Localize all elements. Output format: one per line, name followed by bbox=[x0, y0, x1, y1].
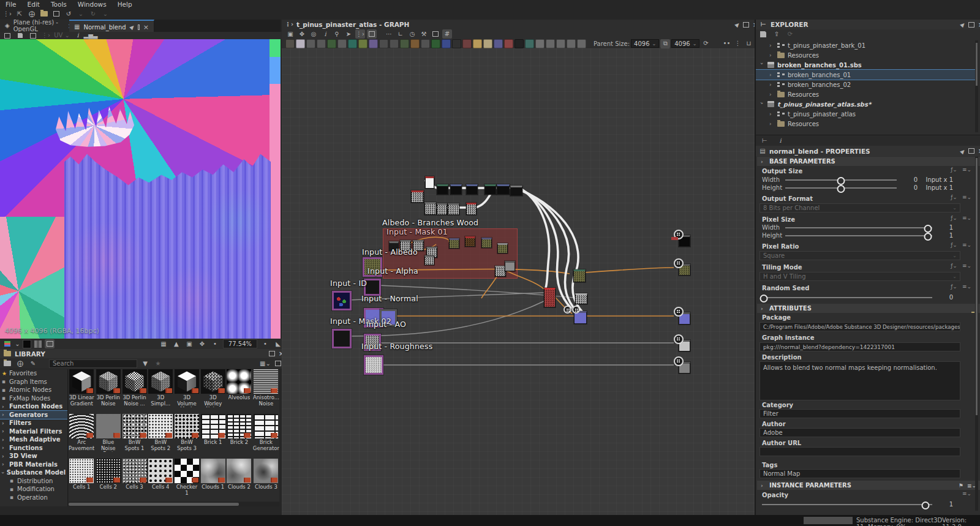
param-icons[interactable]: ƒ⌄≡⌄ bbox=[951, 215, 971, 221]
library-item[interactable]: 3D Volume Mask bbox=[175, 369, 200, 412]
node-type-button[interactable] bbox=[535, 39, 545, 48]
library-category-material-filters[interactable]: ›Material Filters bbox=[0, 427, 67, 436]
save-icon[interactable] bbox=[758, 30, 768, 39]
height-slider[interactable] bbox=[785, 187, 897, 189]
zoom-icon[interactable]: ⚲ bbox=[332, 29, 342, 39]
param-icons[interactable]: ƒ⌄≡⌄ bbox=[951, 284, 971, 290]
node-type-button[interactable] bbox=[556, 39, 565, 48]
explorer-item-broken-branches-01[interactable]: ›broken_branches_01 bbox=[756, 70, 975, 80]
explorer-item-resources[interactable]: ›Resources bbox=[756, 50, 975, 60]
explorer-item-t-pinus-pinaster-bark-01[interactable]: ›t_pinus_pinaster_bark_01 bbox=[756, 40, 975, 50]
library-category-atomic-nodes[interactable]: ▪Atomic Nodes bbox=[0, 386, 67, 394]
menu-windows[interactable]: Windows bbox=[72, 1, 112, 8]
library-item[interactable]: Blue Noise Fast bbox=[96, 414, 121, 457]
library-item[interactable]: 3D Worley Noise bbox=[200, 369, 225, 412]
channel-chevron-icon[interactable]: ⌄ bbox=[15, 339, 20, 348]
maximize-icon[interactable] bbox=[968, 22, 974, 28]
maximize-icon[interactable] bbox=[138, 24, 140, 30]
height-slider[interactable] bbox=[785, 235, 932, 236]
node-type-button[interactable] bbox=[431, 39, 440, 48]
node-type-button[interactable] bbox=[567, 39, 576, 48]
copy-icon[interactable] bbox=[51, 9, 61, 18]
library-item[interactable]: BnW Spots 3 bbox=[175, 414, 200, 457]
node-type-button[interactable] bbox=[337, 39, 347, 48]
node-type-button[interactable] bbox=[285, 39, 295, 48]
properties-scrollbar[interactable] bbox=[975, 157, 978, 511]
import-icon[interactable]: ⇱ bbox=[15, 9, 24, 18]
explorer-item-resources[interactable]: ›Resources bbox=[756, 119, 975, 129]
node-type-button[interactable] bbox=[421, 39, 430, 48]
undo-chevron-icon[interactable]: ⌄ bbox=[76, 9, 86, 18]
param-icons[interactable]: ƒ⌄≡⌄ bbox=[951, 242, 971, 248]
library-category-distribution[interactable]: ▪Distribution bbox=[0, 477, 67, 486]
explorer-item-broken-branches-02[interactable]: ›broken_branches_02 bbox=[756, 80, 975, 89]
library-item[interactable]: BnW Spots 1 bbox=[122, 414, 147, 457]
bookmark-icon[interactable]: ⚑ bbox=[959, 483, 963, 489]
info-icon[interactable]: i bbox=[320, 29, 330, 39]
library-hscrollbar[interactable] bbox=[69, 502, 279, 506]
pixel-perfect-icon[interactable]: ▲ bbox=[172, 339, 181, 348]
library-item[interactable]: Brick 1 bbox=[200, 414, 225, 457]
node-type-button[interactable] bbox=[400, 39, 409, 48]
section-attributes[interactable]: ›ATTRIBUTES bbox=[757, 304, 980, 313]
link-elbow-icon[interactable]: ∟ bbox=[396, 29, 405, 39]
author-field[interactable]: Adobe bbox=[760, 428, 960, 437]
pin-icon[interactable]: ▶ bbox=[959, 21, 966, 28]
background-swatch[interactable] bbox=[23, 340, 31, 348]
library-item[interactable]: Alveolus bbox=[227, 369, 252, 412]
node-type-button[interactable] bbox=[483, 39, 492, 48]
move-icon[interactable]: ✥ bbox=[297, 29, 307, 39]
menu-help[interactable]: Help bbox=[112, 1, 138, 8]
node-type-button[interactable] bbox=[348, 39, 357, 48]
pin-icon[interactable]: ▶ bbox=[733, 21, 741, 28]
library-category-operation[interactable]: ▪Operation bbox=[0, 494, 67, 502]
node-type-button[interactable] bbox=[306, 39, 315, 48]
param-icons[interactable]: ƒ⌄≡⌄ bbox=[951, 263, 971, 269]
export-icon[interactable]: ⇪ bbox=[772, 30, 782, 39]
category-field[interactable]: Filter bbox=[760, 409, 960, 418]
node-type-button[interactable] bbox=[296, 39, 305, 48]
parent-size-height-select[interactable]: 4096⌄ bbox=[671, 39, 699, 48]
parent-size-width-select[interactable]: 4096⌄ bbox=[631, 39, 659, 48]
library-category-modification[interactable]: ▪Modification bbox=[0, 485, 67, 494]
library-category-fxmap-nodes[interactable]: ▪FxMap Nodes bbox=[0, 394, 67, 403]
maximize-icon[interactable] bbox=[743, 22, 749, 28]
fit-frame-icon[interactable]: ▣ bbox=[184, 339, 194, 348]
add-resource-icon[interactable]: ⨁ bbox=[15, 359, 25, 368]
grid-view-icon[interactable]: ▦⌄ bbox=[260, 359, 270, 368]
node-type-button[interactable] bbox=[473, 39, 482, 48]
node-type-button[interactable] bbox=[546, 39, 555, 48]
new-package-icon[interactable]: ⨁ bbox=[27, 9, 37, 18]
menu-edit[interactable]: Edit bbox=[22, 1, 45, 8]
library-item[interactable]: Brick Generator bbox=[253, 414, 279, 457]
node-type-button[interactable] bbox=[390, 39, 399, 48]
library-item[interactable]: Clouds 2 bbox=[227, 459, 252, 502]
node-type-button[interactable] bbox=[494, 39, 503, 48]
node-type-button[interactable] bbox=[452, 39, 461, 48]
link-straight-icon[interactable]: ⋯ bbox=[384, 29, 394, 39]
library-category-substance-model-graph[interactable]: ›Substance Model graph bbox=[0, 468, 67, 477]
reset-size-icon[interactable]: ⟳ bbox=[701, 39, 710, 48]
zoom-options-icon[interactable]: • bbox=[260, 339, 270, 348]
pin-icon[interactable]: ▶ bbox=[128, 23, 135, 31]
param-icons[interactable]: ƒ⌄≡⌄ bbox=[951, 167, 971, 173]
menu-file[interactable]: File bbox=[0, 1, 22, 8]
link-size-icon[interactable]: ⧉ bbox=[660, 39, 670, 48]
link-create-icon[interactable]: ⋮› bbox=[355, 29, 365, 39]
library-category-pbr-materials[interactable]: ›PBR Materials bbox=[0, 460, 67, 469]
library-item[interactable]: Clouds 1 bbox=[200, 459, 225, 502]
package-field[interactable]: C:/Program Files/Adobe/Adobe Substance 3… bbox=[760, 322, 960, 331]
filter-icon[interactable]: ▼ bbox=[140, 359, 150, 368]
gray-swatch[interactable] bbox=[34, 340, 42, 348]
library-category-graph-items[interactable]: ▪Graph Items bbox=[0, 378, 67, 386]
output-format-select[interactable]: 8 Bits per Channel⌄ bbox=[760, 203, 960, 212]
author-url-field[interactable] bbox=[760, 447, 960, 456]
align-vertical-icon[interactable]: ⋮ bbox=[733, 39, 742, 48]
library-item[interactable]: Anisotro... Noise bbox=[253, 369, 279, 412]
opacity-slider[interactable] bbox=[762, 504, 932, 505]
tiling-mode-select[interactable]: H and V Tiling⌄ bbox=[760, 272, 960, 281]
favorite-filter-icon[interactable]: ★ bbox=[153, 359, 163, 368]
node-type-button[interactable] bbox=[525, 39, 534, 48]
section-base-parameters[interactable]: ›BASE PARAMETERS bbox=[757, 157, 980, 166]
library-item[interactable]: Cells 3 bbox=[122, 459, 147, 502]
